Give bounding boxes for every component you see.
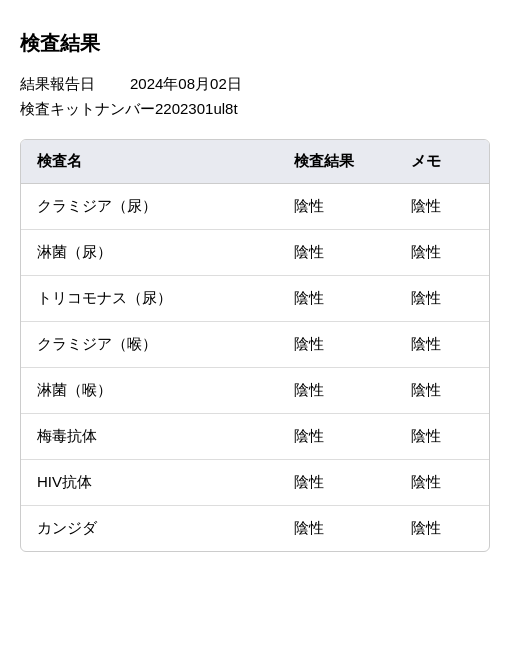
table-row: HIV抗体陰性陰性 xyxy=(21,460,489,506)
cell-test-memo: 陰性 xyxy=(395,184,489,230)
table-header-row: 検査名 検査結果 メモ xyxy=(21,140,489,184)
table-row: クラミジア（尿）陰性陰性 xyxy=(21,184,489,230)
table-row: 梅毒抗体陰性陰性 xyxy=(21,414,489,460)
cell-test-result: 陰性 xyxy=(278,184,395,230)
cell-test-name: トリコモナス（尿） xyxy=(21,276,278,322)
cell-test-result: 陰性 xyxy=(278,322,395,368)
cell-test-name: 梅毒抗体 xyxy=(21,414,278,460)
cell-test-result: 陰性 xyxy=(278,414,395,460)
kit-value: 2202301ul8t xyxy=(155,100,238,117)
kit-label: 検査キットナンバー xyxy=(20,100,155,119)
col-header-result: 検査結果 xyxy=(278,140,395,184)
cell-test-name: 淋菌（尿） xyxy=(21,230,278,276)
cell-test-memo: 陰性 xyxy=(395,322,489,368)
table-row: トリコモナス（尿）陰性陰性 xyxy=(21,276,489,322)
cell-test-result: 陰性 xyxy=(278,368,395,414)
cell-test-name: クラミジア（喉） xyxy=(21,322,278,368)
results-table-wrapper: 検査名 検査結果 メモ クラミジア（尿）陰性陰性淋菌（尿）陰性陰性トリコモナス（… xyxy=(20,139,490,552)
cell-test-memo: 陰性 xyxy=(395,460,489,506)
cell-test-name: HIV抗体 xyxy=(21,460,278,506)
cell-test-name: 淋菌（喉） xyxy=(21,368,278,414)
page-title: 検査結果 xyxy=(20,30,490,57)
cell-test-memo: 陰性 xyxy=(395,230,489,276)
cell-test-name: カンジダ xyxy=(21,506,278,552)
table-row: カンジダ陰性陰性 xyxy=(21,506,489,552)
col-header-name: 検査名 xyxy=(21,140,278,184)
cell-test-result: 陰性 xyxy=(278,506,395,552)
table-row: 淋菌（喉）陰性陰性 xyxy=(21,368,489,414)
date-value: 2024年08月02日 xyxy=(130,75,242,94)
table-row: クラミジア（喉）陰性陰性 xyxy=(21,322,489,368)
cell-test-memo: 陰性 xyxy=(395,276,489,322)
cell-test-memo: 陰性 xyxy=(395,368,489,414)
date-label: 結果報告日 xyxy=(20,75,130,94)
col-header-memo: メモ xyxy=(395,140,489,184)
cell-test-memo: 陰性 xyxy=(395,506,489,552)
cell-test-memo: 陰性 xyxy=(395,414,489,460)
cell-test-result: 陰性 xyxy=(278,460,395,506)
cell-test-result: 陰性 xyxy=(278,276,395,322)
date-row: 結果報告日 2024年08月02日 xyxy=(20,75,490,94)
table-row: 淋菌（尿）陰性陰性 xyxy=(21,230,489,276)
kit-row: 検査キットナンバー 2202301ul8t xyxy=(20,100,490,119)
results-table: 検査名 検査結果 メモ クラミジア（尿）陰性陰性淋菌（尿）陰性陰性トリコモナス（… xyxy=(21,140,489,551)
cell-test-name: クラミジア（尿） xyxy=(21,184,278,230)
cell-test-result: 陰性 xyxy=(278,230,395,276)
